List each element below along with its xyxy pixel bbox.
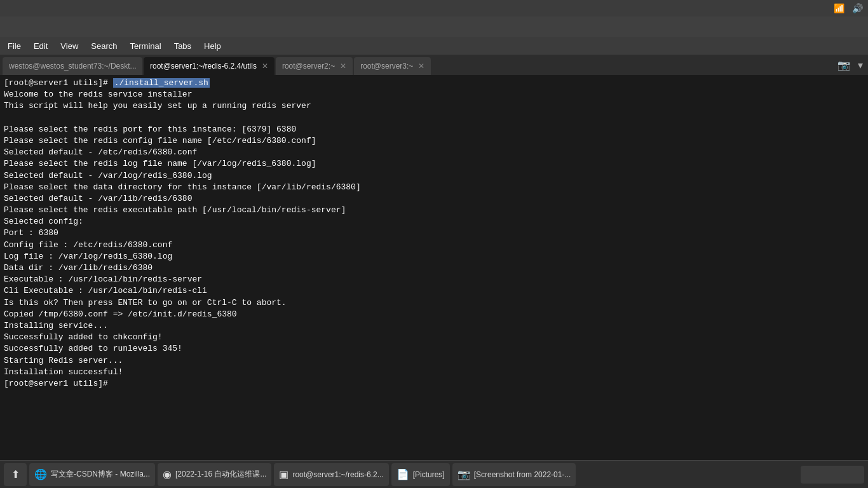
terminal-line: Please select the redis executable path … <box>4 205 864 216</box>
menu-item-edit[interactable]: Edit <box>29 39 53 53</box>
taskbar-icon-0: 🌐 <box>34 468 47 480</box>
taskbar-icon-1: ◉ <box>163 468 172 480</box>
terminal-line: Config file : /etc/redis/6380.conf <box>4 240 864 251</box>
terminal-line: Selected config: <box>4 216 864 227</box>
tab-label-2: root@server2:~ <box>282 62 335 71</box>
tab-3[interactable]: root@server3:~✕ <box>354 57 431 75</box>
menu-item-file[interactable]: File <box>3 39 26 53</box>
terminal-line: [root@server1 utils]# <box>4 378 864 390</box>
terminal-line: Log file : /var/log/redis_6380.log <box>4 251 864 262</box>
tab-bar-right: 📷 ▾ <box>835 58 865 75</box>
taskbar-item-4[interactable]: 📷[Screenshot from 2022-01-... <box>452 463 576 486</box>
taskbar-label-0: 写文章-CSDN博客 - Mozilla... <box>51 469 150 480</box>
screenshot-icon[interactable]: 📷 <box>835 58 853 72</box>
menu-bar: FileEditViewSearchTerminalTabsHelp <box>0 37 868 55</box>
terminal-line: Selected default - /var/lib/redis/6380 <box>4 193 864 205</box>
taskbar-item-2[interactable]: ▣root@server1:~/redis-6.2... <box>274 463 388 486</box>
tab-0[interactable]: westos@westos_student73:~/Deskt...✕ <box>3 57 142 75</box>
show-desktop-button[interactable]: ⬆ <box>4 463 27 486</box>
wifi-icon[interactable]: 📶 <box>834 3 844 13</box>
taskbar-label-3: [Pictures] <box>413 470 445 479</box>
tab-close-1[interactable]: ✕ <box>262 62 268 71</box>
taskbar: ⬆🌐写文章-CSDN博客 - Mozilla...◉[2022-1-16 自动化… <box>0 460 868 488</box>
terminal-line: Installing service... <box>4 320 864 332</box>
tab-dropdown-icon[interactable]: ▾ <box>855 58 865 72</box>
taskbar-item-3[interactable]: 📄[Pictures] <box>391 463 450 486</box>
menu-item-view[interactable]: View <box>55 39 83 53</box>
minimize-button[interactable] <box>816 20 830 34</box>
taskbar-label-1: [2022-1-16 自动化运维课... <box>175 469 266 480</box>
terminal-line: Please select the data directory for thi… <box>4 182 864 193</box>
tab-close-3[interactable]: ✕ <box>418 62 424 71</box>
terminal-content[interactable]: [root@server1 utils]# ./install_server.s… <box>0 75 868 460</box>
terminal-line: Starting Redis server... <box>4 355 864 367</box>
terminal-line: Data dir : /var/lib/redis/6380 <box>4 262 864 274</box>
menu-item-terminal[interactable]: Terminal <box>125 39 166 53</box>
title-bar <box>0 17 868 37</box>
menu-item-help[interactable]: Help <box>199 39 226 53</box>
menu-item-search[interactable]: Search <box>86 39 122 53</box>
volume-icon[interactable]: 🔊 <box>852 3 863 13</box>
taskbar-item-1[interactable]: ◉[2022-1-16 自动化运维课... <box>158 463 271 486</box>
close-button[interactable] <box>849 20 863 34</box>
window-controls <box>816 20 863 34</box>
terminal-line: This script will help you easily set up … <box>4 100 864 112</box>
terminal-line: Cli Executable : /usr/local/bin/redis-cl… <box>4 285 864 297</box>
terminal-line: Selected default - /var/log/redis_6380.l… <box>4 170 864 182</box>
taskbar-label-4: [Screenshot from 2022-01-... <box>474 470 571 479</box>
terminal-line: Installation successful! <box>4 367 864 378</box>
tab-label-3: root@server3:~ <box>360 62 413 71</box>
tab-label-1: root@server1:~/redis-6.2.4/utils <box>150 62 257 71</box>
terminal-line: Please select the redis log file name [/… <box>4 158 864 170</box>
taskbar-label-2: root@server1:~/redis-6.2... <box>292 470 383 479</box>
terminal-line: Please select the redis port for this in… <box>4 124 864 135</box>
terminal-line: Welcome to the redis service installer <box>4 89 864 100</box>
terminal-line: Successfully added to runlevels 345! <box>4 343 864 355</box>
terminal-line: Executable : /usr/local/bin/redis-server <box>4 274 864 285</box>
maximize-button[interactable] <box>832 20 846 34</box>
terminal-line: [root@server1 utils]# ./install_server.s… <box>4 78 864 89</box>
terminal-line: Please select the redis config file name… <box>4 135 864 147</box>
taskbar-search-input[interactable] <box>801 466 864 484</box>
tab-bar: westos@westos_student73:~/Deskt...✕root@… <box>0 55 868 75</box>
terminal-line: Successfully added to chkconfig! <box>4 332 864 343</box>
tab-1[interactable]: root@server1:~/redis-6.2.4/utils✕ <box>144 57 275 75</box>
terminal-line: Port : 6380 <box>4 227 864 239</box>
system-bar: 📶 🔊 <box>0 0 868 17</box>
terminal-line: Is this ok? Then press ENTER to go on or… <box>4 297 864 309</box>
taskbar-icon-4: 📷 <box>458 468 470 480</box>
taskbar-icon-3: 📄 <box>397 468 409 480</box>
terminal-line: Copied /tmp/6380.conf => /etc/init.d/red… <box>4 309 864 320</box>
tab-close-0[interactable]: ✕ <box>142 62 142 71</box>
highlighted-command: ./install_server.sh <box>113 78 210 88</box>
terminal-line <box>4 112 864 124</box>
taskbar-item-0[interactable]: 🌐写文章-CSDN博客 - Mozilla... <box>29 463 155 486</box>
tab-close-2[interactable]: ✕ <box>340 62 346 71</box>
menu-item-tabs[interactable]: Tabs <box>169 39 196 53</box>
taskbar-icon-2: ▣ <box>279 468 288 480</box>
tab-label-0: westos@westos_student73:~/Deskt... <box>9 62 137 71</box>
tab-2[interactable]: root@server2:~✕ <box>276 57 353 75</box>
system-bar-right: 📶 🔊 <box>818 3 863 13</box>
terminal-line: Selected default - /etc/redis/6380.conf <box>4 147 864 158</box>
